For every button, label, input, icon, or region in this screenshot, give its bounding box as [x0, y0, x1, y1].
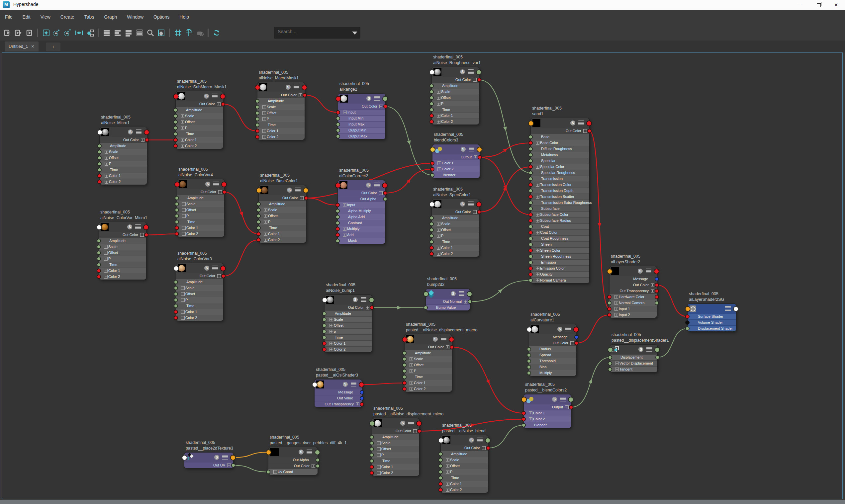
node-blendColors3[interactable]: SOutputColor 1Color 2Blender — [433, 144, 480, 178]
graph-io-icon[interactable] — [25, 29, 34, 37]
attr-list-icon[interactable] — [212, 94, 217, 98]
input-port[interactable] — [322, 347, 327, 352]
expand-icon[interactable] — [105, 150, 108, 154]
node-aiNoise_SubMacro_Mask1[interactable]: SOut ColorAmplitudeScaleOffsetPTimeColor… — [176, 91, 223, 149]
output-port[interactable] — [221, 274, 226, 278]
expand-icon[interactable] — [615, 295, 618, 299]
swatch-toggle-icon[interactable]: S — [570, 121, 575, 126]
input-port[interactable] — [97, 174, 102, 178]
close-button[interactable]: ✕ — [828, 0, 844, 10]
attr-list-icon[interactable] — [469, 147, 474, 152]
input-port[interactable] — [174, 304, 178, 308]
row-scale[interactable]: Scale — [259, 207, 306, 213]
expand-icon[interactable] — [262, 111, 266, 115]
row-p[interactable]: P — [176, 297, 223, 303]
expand-icon[interactable] — [262, 135, 266, 139]
row-displacement[interactable]: Displacement — [610, 355, 657, 360]
input-port[interactable] — [438, 470, 443, 474]
expand-icon[interactable] — [536, 273, 540, 276]
header-input-port[interactable] — [521, 397, 527, 402]
input-port[interactable] — [438, 488, 443, 492]
row-color-1[interactable]: Color 1 — [432, 245, 479, 251]
row-offset[interactable]: Offset — [258, 110, 304, 116]
input-port[interactable] — [528, 147, 533, 151]
row-hardware-color[interactable]: Hardware Color — [610, 294, 657, 300]
expand-icon[interactable] — [104, 251, 108, 255]
node-header[interactable]: S — [99, 222, 146, 232]
node-aiNoise_Roughness_var1[interactable]: SOut ColorAmplitudeScaleOffsetPTimeColor… — [432, 67, 479, 125]
row-time[interactable]: Time — [177, 219, 224, 225]
expand-icon[interactable] — [446, 470, 450, 474]
input-port[interactable] — [429, 228, 434, 232]
header-input-port[interactable] — [312, 382, 318, 388]
row-out-color[interactable]: Out Color — [100, 137, 147, 143]
swatch-toggle-icon[interactable]: S — [366, 96, 371, 101]
header-input-port[interactable] — [335, 183, 341, 188]
row-p[interactable]: P — [259, 219, 306, 225]
attr-list-icon[interactable] — [477, 437, 482, 443]
node-header[interactable]: S — [258, 82, 304, 92]
expand-icon[interactable] — [105, 156, 108, 160]
row-out-color[interactable]: Out Color — [258, 92, 304, 98]
expand-icon[interactable] — [182, 214, 186, 218]
input-port[interactable] — [175, 202, 179, 206]
row-metalness[interactable]: Metalness — [531, 152, 589, 158]
input-port[interactable] — [96, 257, 101, 261]
expand-icon[interactable] — [264, 232, 267, 236]
row-input-1[interactable]: Input 1 — [610, 306, 657, 312]
node-aiNoise_ColorVar_Micro1[interactable]: SOut ColorAmplitudeScaleOffsetPTimeColor… — [99, 222, 146, 280]
row-p[interactable]: P — [432, 101, 479, 107]
input-port[interactable] — [528, 135, 533, 139]
input-port[interactable] — [402, 375, 407, 379]
node-aiNoise_MacroMask1[interactable]: SOut ColorAmplitudeScaleOffsetPTimeColor… — [258, 82, 304, 140]
node-pasted__aiNoise_blend[interactable]: SOut ColorAmplitudeScaleOffsetPTimeColor… — [441, 435, 488, 493]
expand-icon[interactable] — [343, 233, 347, 237]
expand-icon[interactable] — [536, 219, 540, 222]
row-offset[interactable]: Offset — [259, 213, 306, 219]
swatch-toggle-icon[interactable]: S — [433, 337, 438, 342]
menu-help[interactable]: Help — [174, 10, 194, 20]
input-port[interactable] — [257, 214, 261, 218]
input-port[interactable] — [438, 464, 443, 468]
row-offset[interactable]: Offset — [405, 362, 452, 368]
input-port[interactable] — [336, 134, 340, 139]
node-header[interactable]: S — [426, 289, 470, 299]
header-output-port[interactable] — [586, 121, 592, 126]
row-time[interactable]: Time — [100, 167, 147, 173]
output-port[interactable] — [574, 341, 579, 345]
row-color-1[interactable]: Color 1 — [176, 309, 223, 315]
input-port[interactable] — [97, 150, 102, 154]
node-pasted__blendColors2[interactable]: SOutputColor 1Color 2Blender — [524, 394, 571, 428]
input-port[interactable] — [370, 441, 374, 445]
input-port[interactable] — [96, 245, 101, 249]
expand-icon[interactable] — [615, 362, 619, 365]
row-out-color[interactable]: Out Color — [176, 273, 223, 279]
node-header[interactable]: S — [372, 418, 419, 428]
attr-list-icon[interactable] — [135, 224, 141, 230]
input-port[interactable] — [528, 248, 533, 253]
input-port[interactable] — [96, 269, 101, 273]
expand-icon[interactable] — [437, 90, 440, 94]
input-port[interactable] — [429, 222, 434, 226]
expand-icon[interactable] — [446, 345, 450, 349]
layout-rows1-icon[interactable] — [102, 29, 111, 37]
node-header[interactable]: S — [338, 180, 385, 190]
row-blender[interactable]: Blender — [524, 422, 571, 428]
output-port[interactable] — [145, 138, 149, 142]
row-scale[interactable]: Scale — [176, 113, 223, 119]
layout-rows4-icon[interactable] — [135, 29, 144, 37]
expand-icon[interactable] — [182, 202, 186, 206]
input-port[interactable] — [257, 208, 261, 212]
input-port[interactable] — [97, 144, 102, 148]
expand-icon[interactable] — [182, 226, 186, 230]
input-port[interactable] — [335, 221, 340, 225]
attr-list-icon[interactable] — [212, 266, 218, 271]
header-input-port[interactable] — [423, 291, 429, 297]
input-port[interactable] — [522, 417, 526, 421]
header-output-port[interactable] — [485, 437, 491, 443]
row-color-1[interactable]: Color 1 — [372, 464, 419, 470]
attr-list-icon[interactable] — [646, 347, 652, 352]
header-output-port[interactable] — [476, 69, 482, 75]
input-port[interactable] — [322, 329, 327, 334]
attr-list-icon[interactable] — [560, 397, 566, 402]
